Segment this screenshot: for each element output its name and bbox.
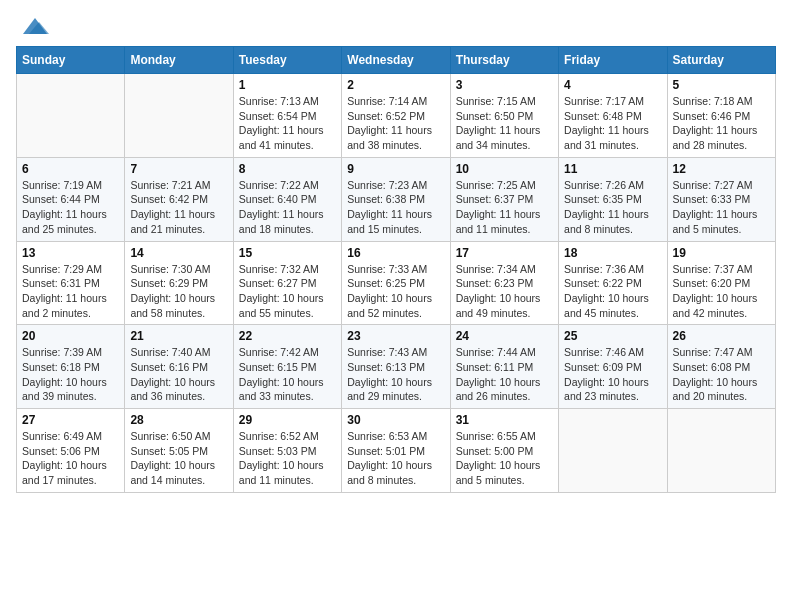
calendar-week-row: 1Sunrise: 7:13 AMSunset: 6:54 PMDaylight…	[17, 74, 776, 158]
day-number: 3	[456, 78, 553, 92]
calendar-day-cell: 4Sunrise: 7:17 AMSunset: 6:48 PMDaylight…	[559, 74, 667, 158]
calendar-day-cell: 7Sunrise: 7:21 AMSunset: 6:42 PMDaylight…	[125, 157, 233, 241]
day-info: Sunrise: 7:36 AMSunset: 6:22 PMDaylight:…	[564, 262, 661, 321]
calendar-day-cell: 20Sunrise: 7:39 AMSunset: 6:18 PMDayligh…	[17, 325, 125, 409]
calendar-day-cell: 28Sunrise: 6:50 AMSunset: 5:05 PMDayligh…	[125, 409, 233, 493]
day-info: Sunrise: 7:33 AMSunset: 6:25 PMDaylight:…	[347, 262, 444, 321]
weekday-header: Wednesday	[342, 47, 450, 74]
calendar-day-cell: 3Sunrise: 7:15 AMSunset: 6:50 PMDaylight…	[450, 74, 558, 158]
day-info: Sunrise: 7:42 AMSunset: 6:15 PMDaylight:…	[239, 345, 336, 404]
calendar-header-row: SundayMondayTuesdayWednesdayThursdayFrid…	[17, 47, 776, 74]
day-number: 14	[130, 246, 227, 260]
day-info: Sunrise: 7:46 AMSunset: 6:09 PMDaylight:…	[564, 345, 661, 404]
day-number: 20	[22, 329, 119, 343]
day-number: 2	[347, 78, 444, 92]
day-info: Sunrise: 7:27 AMSunset: 6:33 PMDaylight:…	[673, 178, 770, 237]
day-info: Sunrise: 7:17 AMSunset: 6:48 PMDaylight:…	[564, 94, 661, 153]
day-info: Sunrise: 7:15 AMSunset: 6:50 PMDaylight:…	[456, 94, 553, 153]
day-number: 29	[239, 413, 336, 427]
calendar-day-cell: 22Sunrise: 7:42 AMSunset: 6:15 PMDayligh…	[233, 325, 341, 409]
day-number: 17	[456, 246, 553, 260]
calendar-day-cell: 15Sunrise: 7:32 AMSunset: 6:27 PMDayligh…	[233, 241, 341, 325]
day-info: Sunrise: 6:50 AMSunset: 5:05 PMDaylight:…	[130, 429, 227, 488]
day-number: 10	[456, 162, 553, 176]
calendar-day-cell: 6Sunrise: 7:19 AMSunset: 6:44 PMDaylight…	[17, 157, 125, 241]
day-number: 21	[130, 329, 227, 343]
day-number: 13	[22, 246, 119, 260]
day-info: Sunrise: 7:40 AMSunset: 6:16 PMDaylight:…	[130, 345, 227, 404]
calendar-day-cell: 23Sunrise: 7:43 AMSunset: 6:13 PMDayligh…	[342, 325, 450, 409]
day-info: Sunrise: 7:26 AMSunset: 6:35 PMDaylight:…	[564, 178, 661, 237]
day-info: Sunrise: 7:18 AMSunset: 6:46 PMDaylight:…	[673, 94, 770, 153]
calendar-table: SundayMondayTuesdayWednesdayThursdayFrid…	[16, 46, 776, 493]
day-number: 9	[347, 162, 444, 176]
calendar-day-cell	[667, 409, 775, 493]
calendar-day-cell: 19Sunrise: 7:37 AMSunset: 6:20 PMDayligh…	[667, 241, 775, 325]
calendar-day-cell: 27Sunrise: 6:49 AMSunset: 5:06 PMDayligh…	[17, 409, 125, 493]
day-number: 8	[239, 162, 336, 176]
day-number: 25	[564, 329, 661, 343]
day-info: Sunrise: 6:55 AMSunset: 5:00 PMDaylight:…	[456, 429, 553, 488]
day-info: Sunrise: 7:30 AMSunset: 6:29 PMDaylight:…	[130, 262, 227, 321]
page-header	[16, 16, 776, 36]
day-info: Sunrise: 7:44 AMSunset: 6:11 PMDaylight:…	[456, 345, 553, 404]
day-number: 23	[347, 329, 444, 343]
calendar-day-cell: 21Sunrise: 7:40 AMSunset: 6:16 PMDayligh…	[125, 325, 233, 409]
logo-icon	[19, 14, 49, 36]
logo	[16, 16, 49, 36]
calendar-day-cell: 25Sunrise: 7:46 AMSunset: 6:09 PMDayligh…	[559, 325, 667, 409]
day-info: Sunrise: 6:49 AMSunset: 5:06 PMDaylight:…	[22, 429, 119, 488]
day-number: 24	[456, 329, 553, 343]
day-info: Sunrise: 7:37 AMSunset: 6:20 PMDaylight:…	[673, 262, 770, 321]
day-info: Sunrise: 7:13 AMSunset: 6:54 PMDaylight:…	[239, 94, 336, 153]
day-number: 28	[130, 413, 227, 427]
calendar-day-cell: 26Sunrise: 7:47 AMSunset: 6:08 PMDayligh…	[667, 325, 775, 409]
day-number: 6	[22, 162, 119, 176]
calendar-day-cell: 18Sunrise: 7:36 AMSunset: 6:22 PMDayligh…	[559, 241, 667, 325]
weekday-header: Monday	[125, 47, 233, 74]
day-number: 16	[347, 246, 444, 260]
day-number: 4	[564, 78, 661, 92]
day-number: 19	[673, 246, 770, 260]
calendar-day-cell: 17Sunrise: 7:34 AMSunset: 6:23 PMDayligh…	[450, 241, 558, 325]
calendar-day-cell: 16Sunrise: 7:33 AMSunset: 6:25 PMDayligh…	[342, 241, 450, 325]
day-info: Sunrise: 7:34 AMSunset: 6:23 PMDaylight:…	[456, 262, 553, 321]
day-info: Sunrise: 6:53 AMSunset: 5:01 PMDaylight:…	[347, 429, 444, 488]
calendar-week-row: 6Sunrise: 7:19 AMSunset: 6:44 PMDaylight…	[17, 157, 776, 241]
calendar-day-cell: 8Sunrise: 7:22 AMSunset: 6:40 PMDaylight…	[233, 157, 341, 241]
day-info: Sunrise: 7:29 AMSunset: 6:31 PMDaylight:…	[22, 262, 119, 321]
day-info: Sunrise: 7:39 AMSunset: 6:18 PMDaylight:…	[22, 345, 119, 404]
calendar-day-cell	[125, 74, 233, 158]
calendar-day-cell	[17, 74, 125, 158]
day-number: 11	[564, 162, 661, 176]
calendar-day-cell: 29Sunrise: 6:52 AMSunset: 5:03 PMDayligh…	[233, 409, 341, 493]
day-number: 22	[239, 329, 336, 343]
weekday-header: Friday	[559, 47, 667, 74]
calendar-week-row: 20Sunrise: 7:39 AMSunset: 6:18 PMDayligh…	[17, 325, 776, 409]
day-number: 7	[130, 162, 227, 176]
day-number: 1	[239, 78, 336, 92]
weekday-header: Sunday	[17, 47, 125, 74]
calendar-day-cell: 5Sunrise: 7:18 AMSunset: 6:46 PMDaylight…	[667, 74, 775, 158]
day-info: Sunrise: 7:21 AMSunset: 6:42 PMDaylight:…	[130, 178, 227, 237]
day-info: Sunrise: 7:43 AMSunset: 6:13 PMDaylight:…	[347, 345, 444, 404]
weekday-header: Tuesday	[233, 47, 341, 74]
day-info: Sunrise: 6:52 AMSunset: 5:03 PMDaylight:…	[239, 429, 336, 488]
day-number: 18	[564, 246, 661, 260]
calendar-day-cell: 11Sunrise: 7:26 AMSunset: 6:35 PMDayligh…	[559, 157, 667, 241]
calendar-week-row: 13Sunrise: 7:29 AMSunset: 6:31 PMDayligh…	[17, 241, 776, 325]
day-number: 26	[673, 329, 770, 343]
day-number: 30	[347, 413, 444, 427]
calendar-day-cell	[559, 409, 667, 493]
calendar-day-cell: 9Sunrise: 7:23 AMSunset: 6:38 PMDaylight…	[342, 157, 450, 241]
day-info: Sunrise: 7:19 AMSunset: 6:44 PMDaylight:…	[22, 178, 119, 237]
day-number: 31	[456, 413, 553, 427]
calendar-day-cell: 14Sunrise: 7:30 AMSunset: 6:29 PMDayligh…	[125, 241, 233, 325]
day-info: Sunrise: 7:23 AMSunset: 6:38 PMDaylight:…	[347, 178, 444, 237]
calendar-day-cell: 12Sunrise: 7:27 AMSunset: 6:33 PMDayligh…	[667, 157, 775, 241]
calendar-day-cell: 1Sunrise: 7:13 AMSunset: 6:54 PMDaylight…	[233, 74, 341, 158]
day-number: 5	[673, 78, 770, 92]
day-number: 15	[239, 246, 336, 260]
day-info: Sunrise: 7:22 AMSunset: 6:40 PMDaylight:…	[239, 178, 336, 237]
calendar-day-cell: 2Sunrise: 7:14 AMSunset: 6:52 PMDaylight…	[342, 74, 450, 158]
